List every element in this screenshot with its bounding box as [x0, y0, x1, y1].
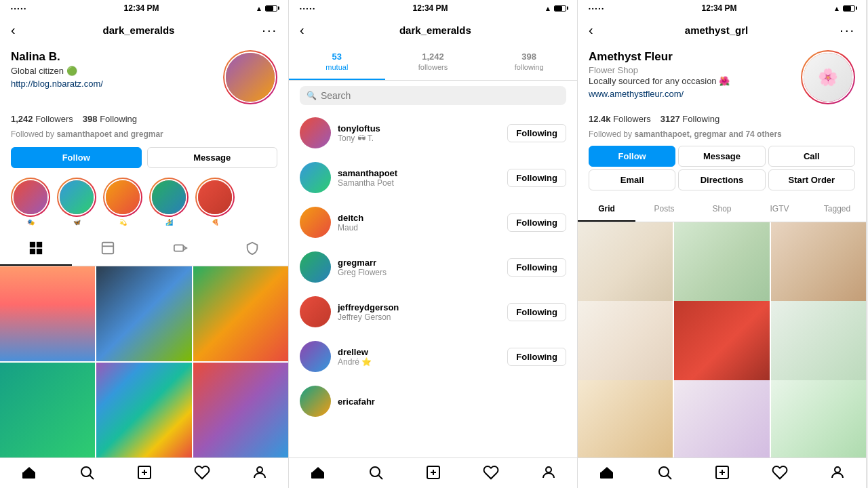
- story-item-1[interactable]: 🎭: [11, 178, 50, 226]
- grid-photo-3[interactable]: [193, 266, 288, 361]
- tab-posts-1[interactable]: [72, 234, 144, 266]
- nav-bar-3: ‹ amethyst_grl ···: [578, 15, 866, 45]
- svg-rect-0: [30, 242, 35, 247]
- grid-photo-1[interactable]: [0, 266, 95, 361]
- follower-username-4[interactable]: gregmarr: [338, 258, 500, 268]
- heart-icon-2[interactable]: [482, 464, 500, 481]
- photo-grid-1: [0, 266, 288, 458]
- follower-username-5[interactable]: jeffreydgerson: [338, 302, 500, 312]
- following-button-5[interactable]: Following: [507, 303, 566, 321]
- email-button[interactable]: Email: [589, 169, 675, 190]
- message-button-3[interactable]: Message: [678, 146, 765, 167]
- story-item-4[interactable]: 🏄: [149, 178, 189, 226]
- profile-icon-3[interactable]: [829, 464, 846, 481]
- profile-name-3: Amethyst Fleur: [589, 50, 790, 64]
- story-item-5[interactable]: 🍕: [195, 178, 235, 226]
- follower-username-1[interactable]: tonyloftus: [338, 123, 500, 134]
- tab-tagged-1[interactable]: [216, 234, 288, 266]
- tab-igtv-1[interactable]: [144, 234, 216, 266]
- followed-by-users-1[interactable]: samanthapoet and gregmar: [56, 129, 163, 139]
- back-button-1[interactable]: ‹: [11, 22, 16, 38]
- more-button-3[interactable]: ···: [840, 22, 855, 38]
- follower-avatar-4[interactable]: [300, 251, 331, 283]
- add-icon-3[interactable]: [713, 464, 731, 481]
- tab-following[interactable]: 398 following: [481, 45, 577, 80]
- tab-tagged-3[interactable]: Tagged: [808, 197, 866, 222]
- call-button[interactable]: Call: [768, 146, 855, 167]
- story-item-2[interactable]: 🦋: [57, 178, 96, 226]
- tab-igtv-3[interactable]: IGTV: [751, 197, 808, 222]
- tab-shop-3[interactable]: Shop: [693, 197, 751, 222]
- search-nav-icon-3[interactable]: [656, 464, 673, 481]
- follower-avatar-7[interactable]: [300, 386, 331, 417]
- tab-followers[interactable]: 1,242 followers: [385, 45, 481, 80]
- back-button-3[interactable]: ‹: [589, 22, 593, 38]
- svg-rect-6: [174, 245, 183, 251]
- followed-by-users-3[interactable]: samanthapoet, gregmar and 74 others: [634, 129, 781, 139]
- follow-button-1[interactable]: Follow: [11, 147, 142, 168]
- biz-photo-9[interactable]: OUR N...: [771, 380, 866, 458]
- tab-grid-1[interactable]: [0, 234, 72, 266]
- phone-business-profile: ••••• 12:34 PM ▲ ‹ amethyst_grl ··· Amet…: [578, 0, 867, 488]
- svg-line-21: [667, 476, 671, 480]
- follower-username-3[interactable]: deitch: [338, 213, 500, 223]
- following-button-2[interactable]: Following: [507, 169, 566, 187]
- following-button-1[interactable]: Following: [507, 124, 566, 142]
- heart-icon-3[interactable]: [771, 464, 789, 481]
- add-icon-2[interactable]: [425, 464, 442, 481]
- follower-username-2[interactable]: samanthapoet: [338, 168, 500, 178]
- follower-avatar-5[interactable]: [300, 296, 331, 327]
- search-nav-icon-1[interactable]: [78, 464, 96, 481]
- story-item-3[interactable]: 💫: [103, 178, 142, 226]
- follower-name-2: Samantha Poet: [338, 178, 500, 188]
- search-input[interactable]: [321, 90, 559, 101]
- tab-grid-3[interactable]: Grid: [578, 197, 635, 222]
- tab-mutual[interactable]: 53 mutual: [289, 45, 385, 80]
- nav-title-3: amethyst_grl: [685, 24, 748, 36]
- search-nav-icon-2[interactable]: [367, 464, 384, 481]
- profile-icon-2[interactable]: [540, 464, 557, 481]
- profile-link-3[interactable]: www.amethystfleur.com/: [589, 89, 684, 99]
- profile-header-3: Amethyst Fleur Flower Shop Locally sourc…: [578, 45, 866, 110]
- following-button-3[interactable]: Following: [507, 214, 566, 232]
- status-time-2: 12:34 PM: [413, 3, 448, 13]
- follower-username-7[interactable]: ericafahr: [338, 396, 566, 407]
- home-icon-3[interactable]: [598, 464, 616, 481]
- follower-name-1: Tony 🕶 T.: [338, 134, 500, 143]
- back-button-2[interactable]: ‹: [300, 22, 304, 38]
- home-icon-1[interactable]: [20, 464, 38, 481]
- home-icon-2[interactable]: [309, 464, 327, 481]
- profile-icon-1[interactable]: [251, 464, 269, 481]
- profile-bio-3: Locally sourced for any occasion 🌺: [589, 75, 790, 87]
- signal-dots-2: •••••: [300, 5, 316, 12]
- grid-photo-5[interactable]: [96, 363, 191, 458]
- biz-photo-7[interactable]: [578, 380, 673, 458]
- heart-icon-1[interactable]: [193, 464, 211, 481]
- message-button-1[interactable]: Message: [147, 147, 278, 168]
- svg-point-19: [546, 467, 551, 472]
- status-icons-3: ▲: [833, 5, 855, 12]
- biz-photo-8[interactable]: [674, 380, 769, 458]
- follower-avatar-2[interactable]: [300, 162, 331, 193]
- profile-link-1[interactable]: http://blog.nbaratz.com/: [11, 79, 103, 89]
- status-icons-1: ▲: [256, 5, 277, 12]
- following-button-4[interactable]: Following: [507, 258, 566, 277]
- svg-line-9: [90, 476, 94, 480]
- follower-item-4: gregmarr Greg Flowers Following: [289, 245, 577, 289]
- grid-photo-6[interactable]: [193, 363, 288, 458]
- grid-photo-4[interactable]: [0, 363, 95, 458]
- directions-button[interactable]: Directions: [678, 169, 765, 190]
- follow-button-3[interactable]: Follow: [589, 146, 675, 167]
- start-order-button[interactable]: Start Order: [768, 169, 855, 190]
- follower-avatar-3[interactable]: [300, 207, 331, 238]
- search-icon-2: 🔍: [307, 91, 317, 100]
- more-button-1[interactable]: ···: [262, 22, 277, 38]
- grid-photo-2[interactable]: [96, 266, 191, 361]
- add-icon-1[interactable]: [136, 464, 153, 481]
- follower-avatar-6[interactable]: [300, 341, 331, 372]
- following-button-6[interactable]: Following: [507, 348, 566, 366]
- follower-item-3: deitch Maud Following: [289, 200, 577, 245]
- follower-username-6[interactable]: drellew: [338, 347, 500, 357]
- tab-posts-3[interactable]: Posts: [635, 197, 693, 222]
- follower-avatar-1[interactable]: [300, 117, 331, 148]
